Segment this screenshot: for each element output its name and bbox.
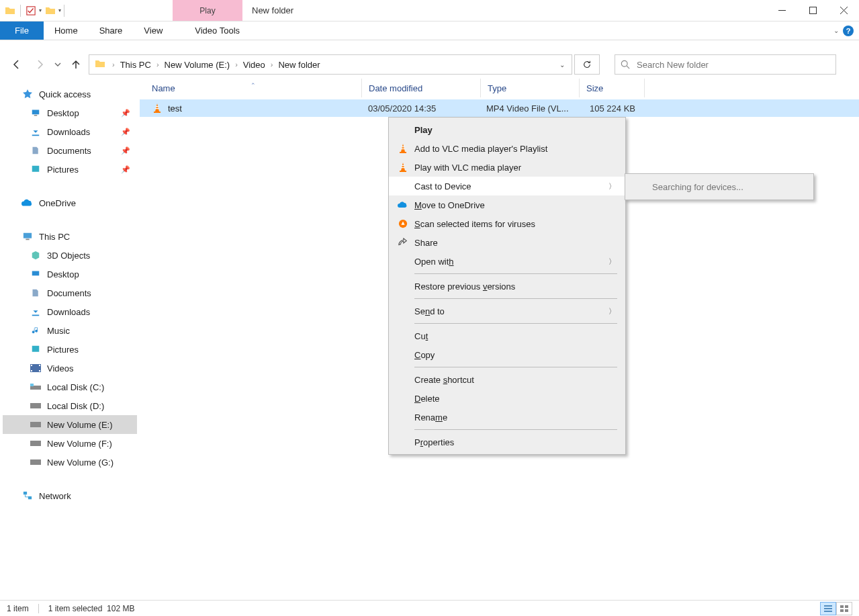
chevron-down-icon[interactable]: ▾ xyxy=(39,7,42,13)
monitor-icon xyxy=(30,269,42,279)
menu-item-restore-versions[interactable]: Restore previous versions xyxy=(389,277,625,296)
menu-separator xyxy=(414,323,617,324)
music-icon xyxy=(30,325,42,336)
svg-rect-19 xyxy=(30,441,41,446)
menu-item-cast-to-device[interactable]: Cast to Device 〉 xyxy=(389,177,625,195)
sidebar-item-volume-f[interactable]: New Volume (F:) xyxy=(3,434,137,453)
ribbon-tab-view[interactable]: View xyxy=(133,21,173,40)
contextual-tab-label: Play xyxy=(199,6,215,15)
sidebar-item-local-d[interactable]: Local Disk (D:) xyxy=(3,396,137,415)
maximize-button[interactable] xyxy=(797,0,828,21)
sidebar-item-this-pc[interactable]: This PC xyxy=(3,227,137,246)
sidebar-item-videos[interactable]: Videos xyxy=(3,359,137,378)
close-button[interactable] xyxy=(828,0,859,21)
menu-separator xyxy=(414,429,617,430)
document-icon xyxy=(30,145,42,156)
column-divider[interactable] xyxy=(644,79,645,97)
menu-label: Scan selected items for viruses xyxy=(410,219,616,229)
folder-icon[interactable] xyxy=(3,3,17,18)
onedrive-icon xyxy=(21,197,34,208)
sidebar-item-downloads[interactable]: Downloads 📌 xyxy=(3,122,137,141)
sidebar-item-desktop-pc[interactable]: Desktop xyxy=(3,265,137,283)
column-header-size[interactable]: Size xyxy=(580,83,644,93)
column-headers: Name ⌃ Date modified Type Size xyxy=(140,77,859,99)
ribbon-tab-home[interactable]: Home xyxy=(44,21,89,40)
separator xyxy=(38,604,39,613)
recent-locations-button[interactable] xyxy=(52,55,63,74)
vlc-cone-icon xyxy=(152,103,163,114)
menu-item-copy[interactable]: Copy xyxy=(389,345,625,364)
sidebar-item-documents-pc[interactable]: Documents xyxy=(3,283,137,302)
help-button[interactable]: ? xyxy=(843,26,854,36)
ribbon-tab-video-tools[interactable]: Video Tools xyxy=(184,21,251,40)
sidebar-item-3d-objects[interactable]: 3D Objects xyxy=(3,246,137,265)
menu-item-create-shortcut[interactable]: Create shortcut xyxy=(389,370,625,389)
navigation-tree: Quick access Desktop 📌 Downloads 📌 Docum… xyxy=(0,77,140,600)
chevron-down-icon[interactable]: ▾ xyxy=(58,7,61,13)
menu-item-share[interactable]: Share xyxy=(389,233,625,252)
sidebar-item-volume-g[interactable]: New Volume (G:) xyxy=(3,453,137,472)
file-row[interactable]: test 03/05/2020 14:35 MP4 Video File (VL… xyxy=(140,99,859,117)
address-dropdown-button[interactable]: ⌄ xyxy=(555,61,569,69)
minimize-button[interactable] xyxy=(766,0,797,21)
contextual-tab-play[interactable]: Play xyxy=(173,0,242,21)
view-large-icons-button[interactable] xyxy=(836,602,852,615)
svg-rect-34 xyxy=(845,605,848,608)
column-label: Type xyxy=(488,83,506,93)
sidebar-item-pictures[interactable]: Pictures 📌 xyxy=(3,160,137,179)
sidebar-item-local-c[interactable]: Local Disk (C:) xyxy=(3,378,137,396)
column-header-date[interactable]: Date modified xyxy=(362,83,480,93)
breadcrumb[interactable]: New Volume (E:) xyxy=(162,60,233,70)
menu-item-send-to[interactable]: Send to 〉 xyxy=(389,302,625,320)
menu-item-move-onedrive[interactable]: Move to OneDrive xyxy=(389,195,625,214)
sidebar-item-volume-e[interactable]: New Volume (E:) xyxy=(3,415,137,434)
collapse-ribbon-button[interactable]: ⌄ xyxy=(833,27,839,34)
forward-button[interactable] xyxy=(30,55,50,74)
sidebar-item-onedrive[interactable]: OneDrive xyxy=(3,193,137,212)
address-bar[interactable]: › This PC › New Volume (E:) › Video › Ne… xyxy=(89,54,572,75)
view-details-button[interactable] xyxy=(820,602,836,615)
sidebar-item-music[interactable]: Music xyxy=(3,321,137,340)
menu-item-scan[interactable]: Scan selected items for viruses xyxy=(389,214,625,233)
ribbon-right: ⌄ ? xyxy=(833,21,859,40)
breadcrumb[interactable]: Video xyxy=(240,60,268,70)
sidebar-label: Desktop xyxy=(47,269,79,279)
refresh-button[interactable] xyxy=(574,54,600,75)
pin-icon: 📌 xyxy=(121,109,130,118)
separator xyxy=(64,5,64,17)
chevron-right-icon[interactable]: › xyxy=(232,60,240,69)
sidebar-item-downloads-pc[interactable]: Downloads xyxy=(3,302,137,321)
menu-item-play-vlc[interactable]: Play with VLC media player xyxy=(389,158,625,177)
chevron-right-icon[interactable]: › xyxy=(109,60,118,69)
ribbon-tab-file[interactable]: File xyxy=(0,21,44,40)
sidebar-item-network[interactable]: Network xyxy=(3,486,137,505)
sidebar-item-pictures-pc[interactable]: Pictures xyxy=(3,340,137,359)
search-input[interactable] xyxy=(637,60,830,70)
menu-item-delete[interactable]: Delete xyxy=(389,389,625,408)
menu-item-properties[interactable]: Properties xyxy=(389,433,625,451)
menu-item-open-with[interactable]: Open with 〉 xyxy=(389,252,625,271)
search-box[interactable] xyxy=(615,54,836,75)
ribbon-tab-share[interactable]: Share xyxy=(89,21,134,40)
sidebar-item-documents[interactable]: Documents 📌 xyxy=(3,141,137,160)
chevron-right-icon[interactable]: › xyxy=(268,60,276,69)
svg-rect-24 xyxy=(156,106,159,107)
sidebar-item-desktop[interactable]: Desktop 📌 xyxy=(3,103,137,122)
chevron-right-icon[interactable]: › xyxy=(154,60,162,69)
column-label: Date modified xyxy=(369,83,422,93)
sidebar-item-quick-access[interactable]: Quick access xyxy=(3,85,137,103)
menu-item-add-vlc-playlist[interactable]: Add to VLC media player's Playlist xyxy=(389,139,625,158)
back-button[interactable] xyxy=(7,55,27,74)
new-folder-icon[interactable] xyxy=(43,3,58,18)
menu-item-rename[interactable]: Rename xyxy=(389,408,625,427)
menu-item-play[interactable]: Play xyxy=(389,120,625,139)
navigation-bar: › This PC › New Volume (E:) › Video › Ne… xyxy=(0,52,859,77)
column-header-name[interactable]: Name ⌃ xyxy=(145,83,361,93)
breadcrumb[interactable]: New folder xyxy=(275,60,322,70)
breadcrumb[interactable]: This PC xyxy=(118,60,154,70)
menu-item-cut[interactable]: Cut xyxy=(389,326,625,345)
properties-checkbox-icon[interactable] xyxy=(24,3,38,18)
tab-label: Video Tools xyxy=(195,26,240,36)
up-button[interactable] xyxy=(66,55,86,74)
column-header-type[interactable]: Type xyxy=(481,83,579,93)
